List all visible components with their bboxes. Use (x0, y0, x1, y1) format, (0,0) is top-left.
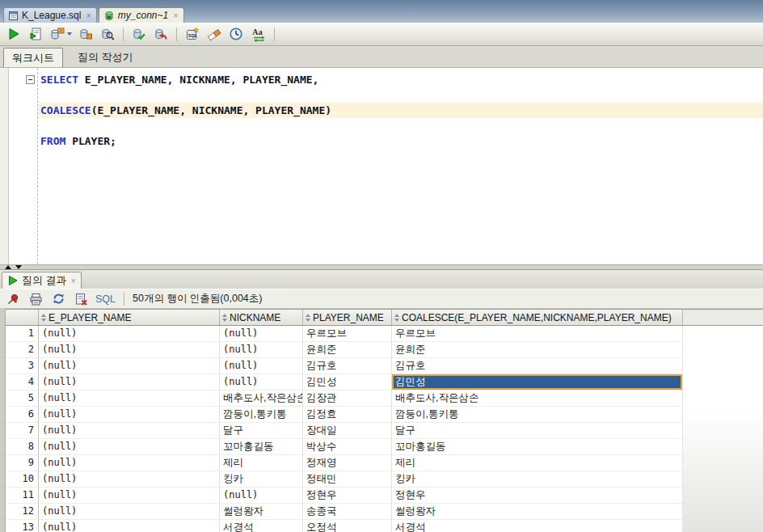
code-line[interactable] (38, 118, 763, 133)
column-header-e-player-name[interactable]: E_PLAYER_NAME (39, 310, 220, 325)
table-cell[interactable]: 우르모브 (392, 326, 683, 342)
explain-plan-button[interactable] (78, 25, 94, 43)
table-cell[interactable]: 김규호 (392, 358, 683, 374)
table-cell[interactable]: 박상수 (303, 439, 392, 455)
run-statement-button[interactable] (6, 25, 22, 43)
table-cell[interactable]: 김규호 (303, 358, 392, 374)
code-line[interactable]: FROM PLAYER; (38, 133, 763, 149)
table-cell[interactable]: (null) (220, 342, 303, 358)
column-header-player-name[interactable]: PLAYER_NAME (303, 310, 392, 325)
table-cell[interactable]: 윤희준 (303, 342, 392, 358)
column-header-nickname[interactable]: NICKNAME (220, 310, 303, 325)
table-cell[interactable]: (null) (39, 455, 220, 471)
column-header-coalesce-e-player-name-nickname-player-name[interactable]: COALESCE(E_PLAYER_NAME,NICKNAME,PLAYER_N… (392, 310, 683, 325)
table-cell[interactable]: (null) (39, 374, 220, 391)
autotrace-button[interactable] (49, 25, 72, 43)
tab-my-conn[interactable]: my_conn~1 × (99, 7, 184, 23)
table-cell[interactable]: 배추도사,작은삼손 (220, 391, 303, 407)
table-cell[interactable]: 정재영 (303, 455, 392, 471)
clear-button[interactable] (206, 25, 222, 43)
table-cell[interactable]: 썰렁왕자 (220, 504, 303, 520)
sql-view-link[interactable]: SQL (95, 293, 116, 305)
row-number-cell[interactable]: 2 (6, 342, 39, 358)
refresh-button[interactable] (50, 290, 66, 308)
table-cell[interactable]: (null) (220, 374, 303, 391)
run-script-button[interactable] (27, 25, 44, 43)
table-cell[interactable]: (null) (39, 391, 220, 407)
table-cell[interactable]: (null) (39, 326, 220, 342)
table-cell[interactable]: 달구 (392, 423, 683, 439)
sql-history-button[interactable] (228, 25, 244, 43)
row-number-cell[interactable]: 10 (6, 471, 39, 488)
table-cell[interactable]: (null) (39, 342, 220, 358)
row-number-cell[interactable]: 9 (6, 455, 39, 471)
row-number-cell[interactable]: 5 (6, 391, 39, 407)
table-cell[interactable]: 오정석 (303, 520, 392, 532)
table-cell[interactable]: 김장관 (303, 391, 392, 407)
table-cell[interactable]: (null) (220, 358, 303, 374)
sql-editor[interactable]: SELECT E_PLAYER_NAME, NICKNAME, PLAYER_N… (0, 68, 763, 264)
code-line[interactable]: SELECT E_PLAYER_NAME, NICKNAME, PLAYER_N… (38, 72, 763, 87)
change-case-button[interactable]: Aa (250, 25, 267, 43)
tab-worksheet[interactable]: 워크시트 (3, 48, 63, 67)
table-cell[interactable]: 김민성 (303, 374, 392, 391)
splitter-up-icon[interactable] (5, 265, 11, 269)
table-cell[interactable]: 서경석 (392, 520, 683, 532)
table-cell[interactable]: 썰렁왕자 (392, 504, 683, 520)
row-number-cell[interactable]: 8 (6, 439, 39, 455)
row-number-cell[interactable]: 6 (6, 407, 39, 423)
table-cell[interactable]: 킹카 (220, 471, 303, 488)
table-cell[interactable]: (null) (39, 520, 220, 532)
close-icon[interactable]: × (173, 11, 178, 19)
table-cell[interactable]: 깜둥이,통키통 (220, 407, 303, 423)
tab-k-league-sql[interactable]: K_League.sql × (3, 7, 97, 23)
close-icon[interactable]: × (86, 11, 91, 19)
table-cell[interactable]: 장대일 (303, 423, 392, 439)
code-area[interactable]: SELECT E_PLAYER_NAME, NICKNAME, PLAYER_N… (38, 72, 763, 149)
table-cell[interactable]: 정현우 (392, 488, 683, 504)
table-cell[interactable]: 김정효 (303, 407, 392, 423)
tab-query-builder[interactable]: 질의 작성기 (78, 48, 133, 67)
code-line[interactable] (38, 87, 763, 103)
table-cell[interactable]: 우르모브 (303, 326, 392, 342)
unshared-worksheet-button[interactable]: SQL (184, 25, 200, 43)
table-cell[interactable]: 제리 (392, 455, 683, 471)
table-cell[interactable]: 꼬마홍길동 (220, 439, 303, 455)
row-number-cell[interactable]: 12 (6, 504, 39, 520)
code-fold-collapse-icon[interactable] (26, 75, 35, 84)
table-cell[interactable]: 제리 (220, 455, 303, 471)
table-cell[interactable]: (null) (39, 471, 220, 488)
row-number-cell[interactable]: 13 (6, 520, 39, 532)
table-cell[interactable]: 깜둥이,통키통 (392, 407, 683, 423)
table-cell[interactable]: (null) (220, 326, 303, 342)
dropdown-arrow-icon[interactable] (67, 32, 72, 36)
delete-results-button[interactable] (73, 290, 89, 308)
table-cell[interactable]: (null) (39, 407, 220, 423)
table-cell[interactable]: 킹카 (392, 471, 683, 488)
table-cell[interactable]: (null) (39, 504, 220, 520)
tab-query-result[interactable]: 질의 결과 × (2, 272, 82, 289)
table-cell[interactable]: (null) (39, 439, 220, 455)
table-cell[interactable]: (null) (220, 488, 303, 504)
row-number-cell[interactable]: 11 (6, 488, 39, 504)
table-cell[interactable]: 달구 (220, 423, 303, 439)
row-number-cell[interactable]: 4 (6, 374, 39, 391)
table-cell[interactable]: (null) (39, 358, 220, 374)
table-cell[interactable]: 꼬마홍길동 (392, 439, 683, 455)
splitter-down-icon[interactable] (15, 265, 22, 269)
row-number-cell[interactable]: 3 (6, 358, 39, 374)
close-icon[interactable]: × (71, 277, 76, 285)
panel-splitter[interactable] (0, 264, 763, 270)
table-cell[interactable]: (null) (39, 423, 220, 439)
table-cell[interactable]: 정현우 (303, 488, 392, 504)
find-db-object-button[interactable] (99, 25, 116, 43)
table-cell[interactable]: 정태민 (303, 471, 392, 488)
table-cell[interactable]: 윤희준 (392, 342, 683, 358)
table-cell[interactable]: 서경석 (220, 520, 303, 532)
row-number-cell[interactable]: 1 (6, 326, 39, 342)
print-button[interactable] (27, 290, 44, 308)
code-line-current[interactable]: COALESCE(E_PLAYER_NAME, NICKNAME, PLAYER… (38, 103, 763, 118)
table-cell[interactable]: 배추도사,작은삼손 (392, 391, 683, 407)
commit-button[interactable] (131, 25, 147, 43)
rollback-button[interactable] (153, 25, 169, 43)
